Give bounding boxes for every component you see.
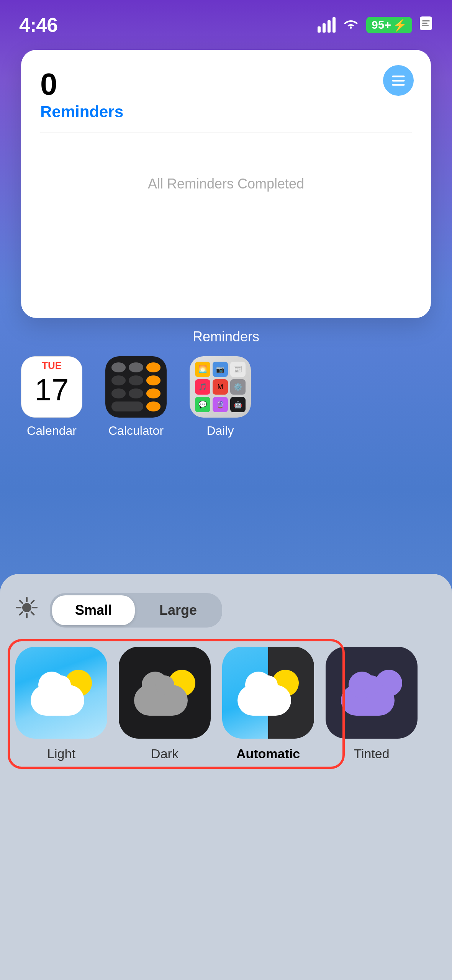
dark-icon-image bbox=[119, 647, 211, 739]
tinted-label: Tinted bbox=[354, 746, 389, 761]
widget-label: Reminders bbox=[0, 329, 452, 345]
reminders-title: Reminders bbox=[40, 103, 412, 121]
calculator-app[interactable]: Calculator bbox=[105, 356, 167, 438]
reminders-empty-text: All Reminders Completed bbox=[148, 176, 304, 192]
status-bar: 4:46 95+ ⚡ bbox=[0, 0, 452, 38]
status-time: 4:46 bbox=[19, 13, 57, 36]
svg-rect-4 bbox=[392, 75, 405, 77]
automatic-label: Automatic bbox=[236, 746, 300, 761]
daily-app[interactable]: 🌅 📷 📰 🎵 M ⚙️ 💬 🔮 🤖 Daily bbox=[190, 356, 251, 438]
svg-point-7 bbox=[22, 603, 31, 612]
svg-line-14 bbox=[31, 601, 34, 603]
status-icons: 95+ ⚡ bbox=[318, 16, 433, 34]
dark-icon-option[interactable]: Dark bbox=[119, 647, 211, 761]
battery-charging-icon: ⚡ bbox=[393, 18, 407, 32]
svg-rect-1 bbox=[422, 20, 430, 21]
dark-label: Dark bbox=[151, 746, 179, 761]
calendar-label: Calendar bbox=[27, 424, 77, 438]
reminders-widget[interactable]: 0 Reminders All Reminders Completed bbox=[21, 50, 431, 318]
calculator-icon bbox=[105, 356, 167, 418]
icon-options-row: Light Dark bbox=[15, 647, 437, 761]
light-label: Light bbox=[47, 746, 75, 761]
automatic-icon-option[interactable]: Automatic bbox=[222, 647, 314, 761]
tinted-icon-image bbox=[326, 647, 418, 739]
media-icon bbox=[419, 16, 433, 34]
reminders-divider bbox=[40, 133, 412, 133]
calculator-label: Calculator bbox=[108, 424, 164, 438]
light-icon-option[interactable]: Light bbox=[15, 647, 107, 761]
battery-indicator: 95+ ⚡ bbox=[366, 17, 412, 33]
size-large-option[interactable]: Large bbox=[136, 595, 220, 625]
bottom-sheet: Small Large Light bbox=[0, 574, 452, 980]
svg-line-13 bbox=[31, 612, 34, 615]
daily-icon: 🌅 📷 📰 🎵 M ⚙️ 💬 🔮 🤖 bbox=[190, 356, 251, 418]
daily-label: Daily bbox=[206, 424, 234, 438]
app-icons-row: TUE 17 Calendar Calculator bbox=[21, 356, 431, 438]
svg-rect-5 bbox=[392, 80, 405, 82]
calendar-date: 17 bbox=[21, 373, 82, 405]
size-selector-row: Small Large bbox=[15, 593, 437, 628]
automatic-icon-image bbox=[222, 647, 314, 739]
calendar-app[interactable]: TUE 17 Calendar bbox=[21, 356, 82, 438]
size-small-option[interactable]: Small bbox=[52, 595, 135, 625]
light-icon-image bbox=[15, 647, 107, 739]
size-toggle[interactable]: Small Large bbox=[50, 593, 222, 628]
reminders-list-button[interactable] bbox=[383, 65, 414, 96]
wifi-icon bbox=[342, 17, 359, 33]
tinted-icon-option[interactable]: Tinted bbox=[326, 647, 418, 761]
reminders-count: 0 bbox=[40, 69, 412, 100]
svg-line-15 bbox=[20, 612, 23, 615]
calendar-day-of-week: TUE bbox=[21, 357, 82, 373]
svg-rect-6 bbox=[392, 84, 405, 86]
svg-rect-2 bbox=[422, 23, 427, 24]
svg-line-12 bbox=[20, 601, 23, 603]
calendar-icon: TUE 17 bbox=[21, 356, 82, 418]
brightness-icon bbox=[15, 596, 38, 624]
svg-rect-3 bbox=[422, 25, 429, 26]
signal-icon bbox=[318, 17, 336, 33]
